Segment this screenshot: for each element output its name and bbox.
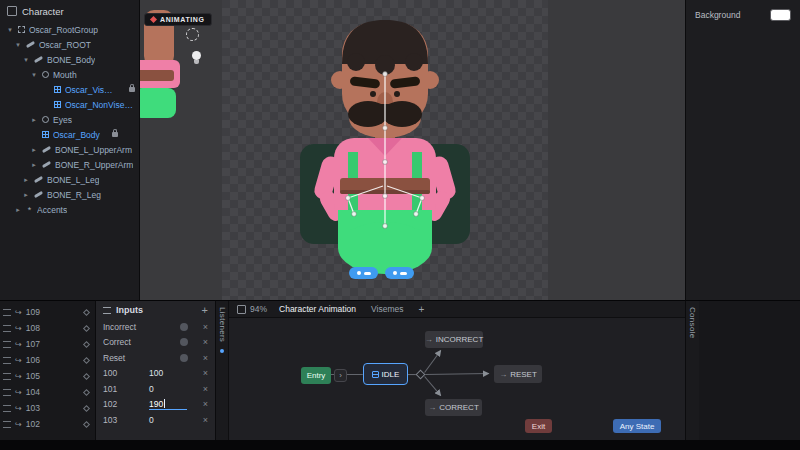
tree-item-oscar-rootgroup[interactable]: ▾ Oscar_RootGroup [0,22,139,37]
branch-arrow-icon: ↪ [15,388,22,397]
keyframe-icon[interactable] [83,420,90,427]
caret-right-icon[interactable]: ▸ [22,191,30,199]
tree-item-oscar-body[interactable]: Oscar_Body [0,127,139,142]
caret-right-icon[interactable]: ▸ [30,116,38,124]
caret-right-icon[interactable]: ▸ [22,176,30,184]
keyframe-icon[interactable] [83,388,90,395]
tree-item-bone-l-upperarm[interactable]: ▸ BONE_L_UpperArm [0,142,139,157]
input-value[interactable]: 0 [149,415,197,425]
caret-down-icon[interactable]: ▾ [22,56,30,64]
branch-arrow-icon: ↪ [15,324,22,333]
tree-item-oscar-visemes[interactable]: Oscar_Visemes [0,82,139,97]
node-entry[interactable]: Entry [301,367,331,384]
tree-item-accents[interactable]: ▸ * Accents [0,202,139,217]
keyframe-icon[interactable] [83,324,90,331]
tree-item-bone-l-leg[interactable]: ▸ BONE_L_Leg [0,172,139,187]
tree-item-eyes[interactable]: ▸ Eyes [0,112,139,127]
caret-down-icon[interactable]: ▾ [6,26,14,34]
input-name: 102 [103,399,149,409]
background-color-swatch[interactable] [770,9,791,21]
zoom-icon [237,305,246,314]
timeline-row[interactable]: ↪ 102 [0,416,95,432]
caret-right-icon[interactable]: ▸ [30,161,38,169]
canvas-control-pill-right[interactable] [385,267,414,279]
grip-icon [3,325,11,332]
hierarchy-panel: Character ▾ Oscar_RootGroup ▾ Oscar_ROOT… [0,0,140,300]
node-correct[interactable]: → CORRECT [425,399,482,416]
tree-item-bone-r-leg[interactable]: ▸ BONE_R_Leg [0,187,139,202]
gear-widget-icon[interactable] [186,28,199,41]
node-any-state[interactable]: Any State [613,419,661,433]
timeline-row[interactable]: ↪ 106 [0,352,95,368]
group-icon [18,26,25,33]
caret-down-icon[interactable]: ▾ [14,41,22,49]
bulb-icon[interactable] [192,51,201,64]
node-exit[interactable]: Exit [525,419,552,433]
tree-item-bone-r-upperarm[interactable]: ▸ BONE_R_UpperArm [0,157,139,172]
tab-character-animation[interactable]: Character Animation [276,302,359,316]
tab-visemes[interactable]: Visemes [368,302,406,316]
input-row-correct[interactable]: Correct × [96,335,215,351]
node-label: Entry [307,371,326,380]
listeners-indicator-dot [220,349,224,353]
remove-input-button[interactable]: × [203,384,208,394]
caret-down-icon[interactable]: ▾ [30,71,38,79]
input-value[interactable]: 0 [149,384,197,394]
tree-item-label: Oscar_Body [53,130,100,140]
add-input-button[interactable]: + [202,304,208,316]
stage-canvas[interactable]: ANIMATING [140,0,685,300]
character-artwork[interactable] [290,10,480,288]
tree-item-oscar-root[interactable]: ▾ Oscar_ROOT [0,37,139,52]
input-row-reset[interactable]: Reset × [96,350,215,366]
canvas-control-pill-left[interactable] [349,267,378,279]
zoom-control[interactable]: 94% [237,304,267,314]
input-value-editing[interactable]: 190 [149,399,197,410]
timeline-row[interactable]: ↪ 108 [0,320,95,336]
console-tab[interactable]: Console [685,300,699,440]
input-row-103[interactable]: 103 0 × [96,412,215,428]
remove-input-button[interactable]: × [203,415,208,425]
keyframe-icon[interactable] [83,372,90,379]
input-row-102[interactable]: 102 190 × [96,397,215,413]
branch-arrow-icon: ↪ [15,308,22,317]
node-idle-selected[interactable]: IDLE [363,363,408,385]
input-row-100[interactable]: 100 100 × [96,366,215,382]
remove-input-button[interactable]: × [203,399,208,409]
keyframe-icon[interactable] [83,340,90,347]
timeline-row[interactable]: ↪ 105 [0,368,95,384]
tree-item-label: Eyes [53,115,72,125]
node-incorrect[interactable]: → INCORRECT [425,331,483,348]
remove-input-button[interactable]: × [203,337,208,347]
remove-input-button[interactable]: × [203,322,208,332]
timeline-row[interactable]: ↪ 107 [0,336,95,352]
timeline-row[interactable]: ↪ 103 [0,400,95,416]
graph-tabbar: 94% Character Animation Visemes + [229,301,685,318]
tree-item-oscar-nonvisemes-mouth[interactable]: Oscar_NonVisemes_Mouth [0,97,139,112]
remove-input-button[interactable]: × [203,368,208,378]
input-row-incorrect[interactable]: Incorrect × [96,319,215,335]
caret-right-icon[interactable]: ▸ [30,146,38,154]
input-row-101[interactable]: 101 0 × [96,381,215,397]
timeline-row[interactable]: ↪ 104 [0,384,95,400]
caret-right-icon[interactable]: ▸ [14,206,22,214]
state-machine-graph[interactable]: Entry › IDLE → INCORRECT → RESET → CORRE… [229,318,685,440]
keyframe-icon[interactable] [83,356,90,363]
keyframe-icon[interactable] [83,404,90,411]
trigger-knob[interactable] [180,338,188,346]
trigger-knob[interactable] [180,354,188,362]
tree-item-bone-body[interactable]: ▾ BONE_Body [0,52,139,67]
tree-item-mouth[interactable]: ▾ Mouth [0,67,139,82]
node-reset[interactable]: → RESET [494,365,542,383]
input-value[interactable]: 100 [149,368,197,378]
bone-icon [42,146,51,153]
partial-artboard-artwork[interactable] [140,10,192,118]
trigger-knob[interactable] [180,323,188,331]
listeners-tab[interactable]: Listeners [216,301,229,440]
lock-icon[interactable] [129,87,135,92]
keyframe-icon[interactable] [83,308,90,315]
timeline-row[interactable]: ↪ 109 [0,304,95,320]
add-tab-button[interactable]: + [415,302,427,317]
transition-chevron-icon[interactable]: › [334,369,347,382]
remove-input-button[interactable]: × [203,353,208,363]
lock-icon[interactable] [112,132,118,137]
